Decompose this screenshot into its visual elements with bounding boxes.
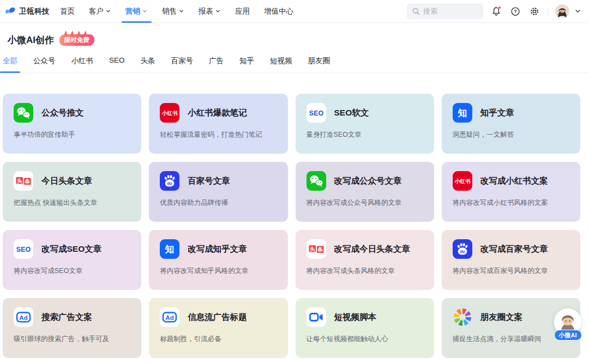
xiaohongshu-icon: 小红书 [160,103,179,123]
nav-item-apps[interactable]: 应用 [228,0,257,23]
card-head: 短视频脚本 [306,307,423,327]
card-zhihu-article[interactable]: 知知乎文章洞悉疑问，一文解答 [442,94,580,154]
notification-dot [498,6,501,9]
card-title: 搜索广告文案 [41,312,92,323]
card-head: Ad信息流广告标题 [160,307,277,327]
card-head: du百家号文章 [160,171,277,191]
toutiao-icon: 头条 [306,239,326,259]
nav-item-home[interactable]: 首页 [53,0,82,23]
tab-seo[interactable]: SEO [109,56,125,72]
svg-text:条: 条 [317,246,323,252]
card-description: 将内容改写成知乎风格的文章 [160,266,277,276]
card-title: SEO软文 [334,107,369,119]
card-head: 小红书改写成小红书文案 [453,171,569,191]
card-description: 把握热点 快速输出头条文章 [14,198,130,208]
card-description: 让每个短视频都能触动人心 [306,335,423,344]
card-rewrite-xiaohongshu[interactable]: 小红书改写成小红书文案将内容改写成小红书风格的文案 [442,162,580,222]
svg-text:?: ? [514,9,516,14]
ai-assistant-label: 小微AI [554,330,582,341]
card-title: 改写成知乎文章 [188,244,247,255]
help-button[interactable]: ? [509,5,521,17]
tab-xiaohongshu[interactable]: 小红书 [71,56,94,72]
card-head: du改写成百家号文章 [453,239,569,259]
card-title: 公众号推文 [41,107,84,119]
card-description: 将内容改写成公众号风格的文章 [306,198,423,208]
card-seo-article[interactable]: SEOSEO软文量身打造SEO文章 [296,94,434,154]
seo-icon: SEO [306,103,326,123]
svg-text:du: du [167,181,173,186]
card-rewrite-zhihu[interactable]: 知改写成知乎文章将内容改写成知乎风格的文章 [149,230,287,290]
card-head: Ad搜索广告文案 [14,307,130,327]
svg-text:du: du [460,249,465,254]
card-head: 小红书小红书爆款笔记 [160,103,277,123]
card-title: 百家号文章 [188,175,230,187]
ad-icon: Ad [14,307,33,327]
nav-item-label: 应用 [235,7,250,16]
nav-item-label: 首页 [60,7,75,16]
nav-item-label: 营销 [125,7,140,16]
card-title: 改写成百家号文章 [480,244,548,255]
card-title: 改写成公众号文章 [334,175,402,187]
tab-baijiahao[interactable]: 百家号 [171,56,194,72]
card-xiaohongshu-hot-note[interactable]: 小红书小红书爆款笔记轻松掌握流量密码，打造热门笔记 [149,94,287,154]
chevron-down-icon [178,8,184,14]
xiaohongshu-icon: 小红书 [453,171,472,191]
ad-icon: Ad [160,307,179,327]
card-title: 今日头条文章 [41,175,92,187]
search-box[interactable] [407,4,483,19]
card-search-ad-copy[interactable]: Ad搜索广告文案吸引眼球的搜索广告，触手可及 [3,298,141,358]
tab-zhihu[interactable]: 知乎 [239,56,254,72]
tab-short-video[interactable]: 短视频 [270,56,292,72]
card-title: 知乎文章 [480,107,514,119]
card-rewrite-baijiahao[interactable]: du改写成百家号文章将内容改写成百家号风格的文章 [442,230,580,290]
main-nav: 首页客户营销销售报表应用增值中心 [53,0,300,23]
moments-icon [453,307,472,327]
card-title: 改写成今日头条文章 [334,244,411,255]
svg-text:知: 知 [457,108,467,118]
nav-item-reports[interactable]: 报表 [191,0,228,23]
card-title: 信息流广告标题 [188,312,247,323]
card-feed-ad-title[interactable]: Ad信息流广告标题标题制胜，引流必备 [149,298,287,358]
svg-text:头: 头 [16,178,22,184]
brand-logo[interactable]: 卫瓴科技 [4,5,50,17]
card-description: 将内容改写成百家号风格的文章 [453,266,569,276]
nav-item-value-added-center[interactable]: 增值中心 [257,0,300,23]
ai-assistant-widget[interactable]: 小微AI [552,308,584,341]
wechat-icon [14,103,33,123]
card-description: 标题制胜，引流必备 [160,335,277,344]
card-description: 事半功倍的宣传助手 [14,130,130,139]
card-head: 改写成公众号文章 [306,171,423,191]
card-baijiahao-article[interactable]: du百家号文章优质内容助力品牌传播 [149,162,287,222]
chevron-down-icon [142,8,148,14]
brand-name: 卫瓴科技 [19,7,50,16]
user-menu[interactable] [555,4,581,19]
card-head: 知改写成知乎文章 [160,239,277,259]
search-input[interactable] [423,7,478,15]
limited-free-badge-label: 限时免费 [64,37,90,43]
user-avatar[interactable] [555,4,569,19]
card-head: 公众号推文 [14,103,130,123]
tab-ads[interactable]: 广告 [209,56,224,72]
card-rewrite-official-account[interactable]: 改写成公众号文章将内容改写成公众号风格的文章 [296,162,434,222]
nav-item-marketing[interactable]: 营销 [118,0,155,23]
tab-toutiao[interactable]: 头条 [141,56,155,72]
nav-item-label: 销售 [162,7,177,16]
svg-text:小红书: 小红书 [454,178,471,184]
card-description: 将内容改写成小红书风格的文案 [453,198,569,208]
top-navigation-bar: 卫瓴科技 首页客户营销销售报表应用增值中心 ? [0,0,589,23]
wechat-icon [306,171,326,191]
svg-text:SEO: SEO [309,110,323,117]
tab-moments[interactable]: 朋友圈 [308,56,330,72]
card-rewrite-seo[interactable]: SEO改写成SEO文章将内容改写成SEO文章 [3,230,141,290]
tab-official-account[interactable]: 公众号 [33,56,56,72]
card-toutiao-article[interactable]: 头条今日头条文章把握热点 快速输出头条文章 [3,162,141,222]
nav-item-sales[interactable]: 销售 [155,0,191,23]
card-rewrite-toutiao[interactable]: 头条改写成今日头条文章将内容改写成头条风格的文章 [296,230,434,290]
card-official-account-post[interactable]: 公众号推文事半功倍的宣传助手 [3,94,141,154]
notifications-button[interactable] [490,5,502,17]
nav-item-label: 报表 [199,7,213,16]
tab-all[interactable]: 全部 [3,56,17,72]
settings-gear-button[interactable] [528,5,540,17]
nav-item-customers[interactable]: 客户 [82,0,118,23]
card-short-video-script[interactable]: 短视频脚本让每个短视频都能触动人心 [296,298,434,358]
